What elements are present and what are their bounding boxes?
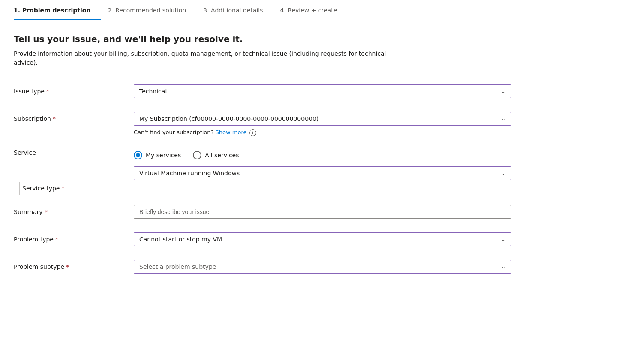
- issue-type-chevron-icon: ⌄: [501, 88, 505, 94]
- problem-subtype-dropdown[interactable]: Select a problem subtype ⌄: [134, 260, 511, 274]
- problem-type-required: *: [55, 236, 58, 243]
- page-description: Provide information about your billing, …: [14, 49, 400, 67]
- show-more-link[interactable]: Show more: [216, 129, 247, 135]
- summary-control: [134, 205, 511, 219]
- service-controls-col: My services All services Virtual Machine…: [134, 147, 511, 180]
- info-icon[interactable]: i: [249, 129, 256, 136]
- all-services-radio-outer[interactable]: [193, 151, 201, 159]
- main-content: Tell us your issue, and we'll help you r…: [0, 20, 600, 304]
- service-type-required: *: [61, 185, 64, 192]
- page-title: Tell us your issue, and we'll help you r…: [14, 34, 586, 44]
- problem-type-dropdown[interactable]: Cannot start or stop my VM ⌄: [134, 232, 511, 246]
- all-services-label: All services: [205, 152, 239, 159]
- wizard-tabs: 1. Problem description 2. Recommended so…: [0, 0, 619, 20]
- tab-review-create[interactable]: 4. Review + create: [280, 0, 347, 20]
- service-type-label: Service type *: [22, 185, 64, 192]
- service-labels-col: Service Service type *: [14, 147, 134, 195]
- problem-type-control: Cannot start or stop my VM ⌄: [134, 232, 511, 246]
- problem-subtype-label: Problem subtype *: [14, 260, 134, 270]
- problem-type-chevron-icon: ⌄: [501, 236, 505, 242]
- my-services-radio-inner: [136, 153, 140, 157]
- service-radio-options: My services All services: [134, 148, 511, 159]
- tab-recommended-solution[interactable]: 2. Recommended solution: [108, 0, 196, 20]
- my-services-radio-outer[interactable]: [134, 151, 142, 159]
- subscription-label: Subscription *: [14, 112, 134, 122]
- subscription-chevron-icon: ⌄: [501, 116, 505, 122]
- service-label: Service: [14, 147, 134, 156]
- service-radio-group: My services All services: [134, 147, 511, 159]
- summary-input[interactable]: [134, 205, 511, 219]
- problem-subtype-chevron-icon: ⌄: [501, 264, 505, 270]
- service-combined-row: Service Service type * My services: [14, 147, 586, 195]
- subscription-control: My Subscription (cf00000-0000-0000-0000-…: [134, 112, 511, 136]
- issue-type-required: *: [46, 88, 49, 95]
- problem-subtype-required: *: [66, 263, 69, 270]
- subscription-dropdown[interactable]: My Subscription (cf00000-0000-0000-0000-…: [134, 112, 511, 126]
- tab-problem-description[interactable]: 1. Problem description: [14, 0, 101, 20]
- issue-type-dropdown[interactable]: Technical ⌄: [134, 84, 511, 98]
- problem-type-row: Problem type * Cannot start or stop my V…: [14, 232, 586, 250]
- summary-label: Summary *: [14, 205, 134, 215]
- service-indent-line: [19, 182, 20, 195]
- service-type-chevron-icon: ⌄: [501, 170, 505, 176]
- summary-required: *: [45, 208, 48, 215]
- subscription-helper: Can't find your subscription? Show more …: [134, 129, 511, 136]
- subscription-row: Subscription * My Subscription (cf00000-…: [14, 112, 586, 136]
- service-type-dropdown[interactable]: Virtual Machine running Windows ⌄: [134, 166, 511, 180]
- service-type-dropdown-area: Virtual Machine running Windows ⌄: [134, 166, 511, 180]
- issue-type-label: Issue type *: [14, 84, 134, 95]
- issue-type-row: Issue type * Technical ⌄: [14, 84, 586, 102]
- problem-subtype-row: Problem subtype * Select a problem subty…: [14, 260, 586, 277]
- summary-row: Summary *: [14, 205, 586, 222]
- problem-type-label: Problem type *: [14, 232, 134, 243]
- my-services-label: My services: [146, 152, 181, 159]
- issue-type-control: Technical ⌄: [134, 84, 511, 98]
- service-type-label-group: Service type *: [14, 182, 134, 195]
- all-services-option[interactable]: All services: [193, 151, 239, 159]
- tab-additional-details[interactable]: 3. Additional details: [203, 0, 273, 20]
- problem-subtype-control: Select a problem subtype ⌄: [134, 260, 511, 274]
- subscription-required: *: [53, 115, 56, 122]
- my-services-option[interactable]: My services: [134, 151, 181, 159]
